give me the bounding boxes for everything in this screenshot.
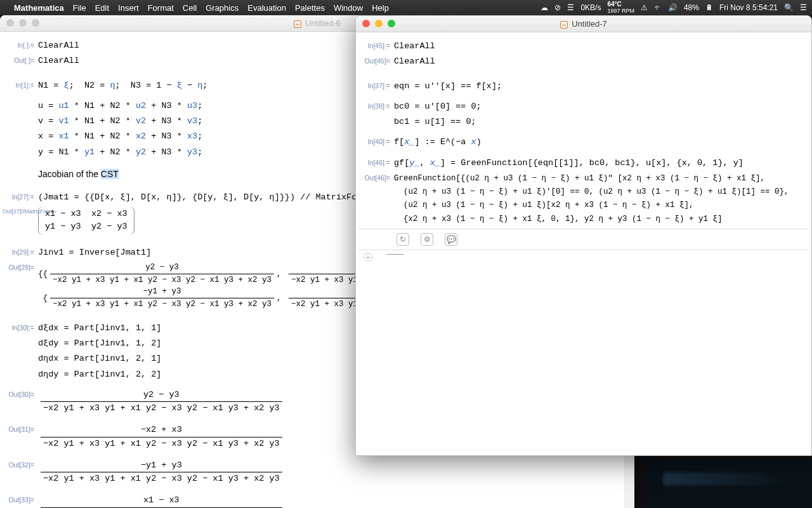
input-cell[interactable]: N1 = ξ; N2 = η; N3 = 1 − ξ − η; (38, 79, 207, 92)
wifi-icon[interactable]: ᯤ (654, 3, 662, 12)
titlebar[interactable]: Untitled-7 (356, 16, 811, 32)
battery-percent: 48% (684, 3, 699, 12)
cell-label: In[ ]:= (3, 39, 38, 49)
menu-window[interactable]: Window (334, 3, 363, 13)
window-title: Untitled-6 (305, 18, 341, 28)
input-cell[interactable]: dηdy = Part[Jinv1, 2, 2] (38, 368, 161, 381)
notebook-icon (294, 20, 301, 28)
input-cell[interactable]: f[x_] := E^(−a x) (394, 136, 481, 149)
comment-icon[interactable]: 💬 (445, 233, 457, 246)
cell-label: In[46]:= (358, 157, 394, 166)
input-cell[interactable]: eqn = u''[x] == f[x]; (394, 80, 502, 93)
cell-label: Out[32]= (3, 459, 38, 469)
close-icon[interactable] (362, 20, 370, 27)
output-cell: −x2 + x3−x2 y1 + x3 y1 + x1 y2 − x3 y2 −… (38, 424, 285, 450)
traffic-lights[interactable] (6, 19, 39, 27)
cell-label: In[45]:= (358, 40, 394, 50)
desktop: Untitled-6 In[ ]:= ClearAll Out[ ]= Clea… (0, 15, 812, 508)
input-cell[interactable]: v = v1 * N1 + N2 * v2 + N3 * v3; (38, 115, 202, 128)
input-cell[interactable]: ClearAll (38, 39, 79, 52)
cell-label: Out[45]= (358, 55, 394, 65)
window-untitled-7[interactable]: Untitled-7 In[45]:= ClearAll Out[45]= Cl… (355, 15, 812, 456)
background-window (644, 460, 812, 508)
menu-palettes[interactable]: Palettes (295, 3, 325, 13)
menu-edit[interactable]: Edit (95, 3, 109, 13)
output-cell: x1 − x3 x2 − x3 y1 − y3 y2 − y3 (38, 206, 134, 235)
cell-label: Out[30]= (3, 389, 38, 398)
output-cell: ClearAll (38, 55, 79, 67)
output-cell: −y1 + y3−x2 y1 + x3 y1 + x1 y2 − x3 y2 −… (38, 459, 285, 486)
notebook-icon (560, 21, 568, 29)
cell-label: In[38]:= (358, 100, 394, 110)
input-cell[interactable]: Jinv1 = Inverse[Jmat1] (38, 246, 151, 259)
traffic-lights[interactable] (362, 20, 395, 27)
zoom-icon[interactable] (388, 20, 395, 27)
input-cell[interactable]: bc1 = u[1] == 0; (394, 116, 476, 128)
cell-label: Out[ ]= (3, 55, 38, 64)
menu-insert[interactable]: Insert (118, 3, 139, 13)
control-center-icon[interactable]: ☰ (800, 3, 807, 12)
cell-label: In[37]:= (358, 80, 394, 90)
menubar: Mathematica File Edit Insert Format Cell… (0, 0, 812, 15)
input-cell[interactable]: dξdy = Part[Jinv1, 1, 2] (38, 337, 161, 350)
menu-evaluation[interactable]: Evaluation (247, 3, 286, 13)
cell-label: Out[31]= (3, 424, 38, 433)
text-cell[interactable]: Jacobian of the CST (38, 168, 119, 181)
cell-label: In[30]:= (3, 322, 38, 331)
app-menu[interactable]: Mathematica (14, 3, 64, 13)
cell-label: In[40]:= (358, 136, 394, 145)
battery-icon[interactable]: 🔋︎ (705, 3, 713, 12)
input-cell[interactable]: (Jmat1 = {{D[x, ξ], D[x, η]}, {D[y, ξ], … (38, 191, 367, 204)
gear-icon[interactable]: ⚙ (421, 233, 433, 246)
dnd-icon[interactable]: ⊘ (554, 3, 561, 12)
spotlight-icon[interactable]: 🔍 (784, 3, 794, 12)
cell-label: Out[33]= (3, 494, 38, 504)
cell-label: In[1]:= (3, 79, 38, 89)
menu-cell[interactable]: Cell (183, 3, 197, 13)
menu-format[interactable]: Format (148, 3, 174, 13)
cell-label: In[27]:= (3, 191, 38, 201)
suggestion-bar: ↻ ⚙ 💬 (358, 229, 808, 250)
volume-icon[interactable]: 🔊 (668, 3, 678, 12)
input-cell[interactable]: y = N1 * y1 + N2 * y2 + N3 * y3; (38, 146, 202, 159)
weather-icon[interactable]: ☁︎ (540, 3, 548, 12)
temp-status[interactable]: 64°C1997 RPM (607, 1, 634, 14)
net-speed: 0KB/s (580, 3, 601, 12)
output-cell: GreenFunction[{(u2 η + u3 (1 − η − ξ) + … (394, 172, 789, 226)
window-title: Untitled-7 (572, 19, 607, 29)
notebook-body[interactable]: In[45]:= ClearAll Out[45]= ClearAll In[3… (356, 32, 811, 455)
output-cell: y2 − y3−x2 y1 + x3 y1 + x1 y2 − x3 y2 − … (38, 389, 285, 415)
menu-file[interactable]: File (73, 3, 86, 13)
input-cell[interactable]: gf[y_, x_] = GreenFunction[{eqn[[1]], bc… (394, 157, 743, 170)
menu-help[interactable]: Help (372, 3, 389, 13)
clock[interactable]: Fri Nov 8 5:54:21 (719, 3, 778, 12)
cell-label: Out[29]= (3, 262, 38, 271)
sync-icon[interactable]: ☰ (567, 3, 574, 12)
input-cell[interactable]: dξdx = Part[Jinv1, 1, 1] (38, 322, 161, 335)
input-cell[interactable]: u = u1 * N1 + N2 * u2 + N3 * u3; (38, 100, 202, 112)
add-cell-button[interactable]: + (363, 253, 372, 262)
menu-graphics[interactable]: Graphics (206, 3, 239, 13)
output-cell: ClearAll (394, 55, 435, 68)
output-cell: x1 − x3−x2 y1 + x3 y1 + x1 y2 − x3 y2 − … (38, 494, 285, 508)
cell-label: Out[46]= (358, 172, 394, 182)
cell-label: In[29]:= (3, 246, 38, 256)
refresh-icon[interactable]: ↻ (396, 233, 409, 246)
cell-label: Out[27]//MatrixForm= (3, 206, 38, 215)
input-cell[interactable]: dηdx = Part[Jinv1, 2, 1] (38, 352, 161, 365)
input-cell[interactable]: bc0 = u'[0] == 0; (394, 100, 481, 113)
input-cell[interactable]: x = x1 * N1 + N2 * x2 + N3 * x3; (38, 130, 202, 143)
minimize-icon[interactable] (375, 20, 383, 27)
wifi-icon[interactable]: ⚠︎ (641, 3, 648, 12)
input-cell[interactable]: ClearAll (394, 40, 435, 53)
